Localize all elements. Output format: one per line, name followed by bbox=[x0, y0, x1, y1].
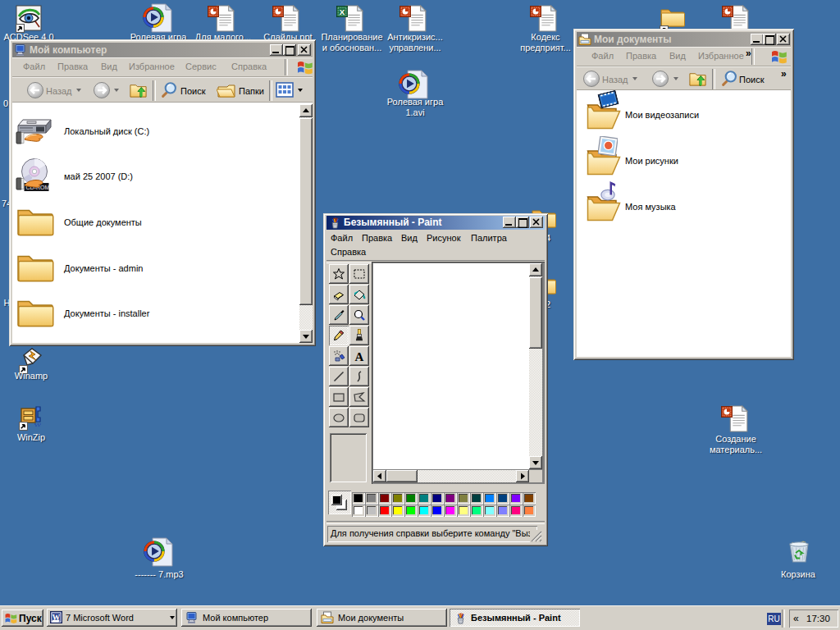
svg-text:A: A bbox=[355, 350, 364, 363]
